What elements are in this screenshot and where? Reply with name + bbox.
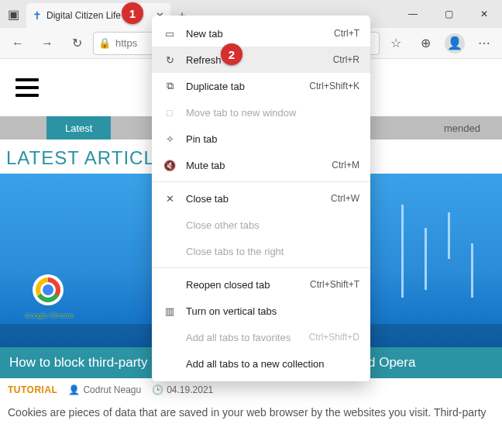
tab-actions-icon[interactable]: ▣ bbox=[0, 0, 26, 28]
menu-icon: ⧉ bbox=[163, 80, 177, 92]
article-meta: TUTORIAL 👤Codrut Neagu 🕒04.19.2021 bbox=[0, 378, 502, 401]
person-icon: 👤 bbox=[68, 384, 80, 395]
menu-icon: ▭ bbox=[163, 28, 177, 40]
tab-title: Digital Citizen Life bbox=[46, 10, 121, 21]
maximize-button[interactable]: ▢ bbox=[431, 0, 466, 28]
menu-separator bbox=[152, 181, 370, 182]
menu-item-close-other-tabs: Close other tabs bbox=[152, 212, 370, 238]
menu-item-move-tab-to-new-window: □Move tab to new window bbox=[152, 99, 370, 126]
menu-label: Close tabs to the right bbox=[186, 246, 350, 257]
menu-label: Close other tabs bbox=[186, 219, 350, 231]
menu-item-turn-on-vertical-tabs[interactable]: ▥Turn on vertical tabs bbox=[152, 298, 370, 324]
menu-icon: □ bbox=[163, 107, 177, 119]
menu-icon: ▥ bbox=[163, 305, 177, 317]
menu-item-pin-tab[interactable]: ✧Pin tab bbox=[152, 126, 370, 152]
chrome-icon bbox=[33, 274, 64, 305]
menu-item-mute-tab[interactable]: 🔇Mute tabCtrl+M bbox=[152, 152, 370, 178]
back-button[interactable]: ← bbox=[5, 31, 31, 56]
favorites-button[interactable]: ☆ bbox=[383, 31, 409, 56]
menu-item-refresh[interactable]: ↻RefreshCtrl+R bbox=[152, 47, 370, 73]
clock-icon: 🕒 bbox=[152, 384, 163, 395]
menu-item-reopen-closed-tab[interactable]: Reopen closed tabCtrl+Shift+T bbox=[152, 271, 370, 298]
menu-label: Add all tabs to favorites bbox=[186, 332, 300, 343]
article-body: Cookies are pieces of data that are save… bbox=[0, 401, 502, 429]
menu-shortcut: Ctrl+R bbox=[333, 54, 359, 65]
menu-label: New tab bbox=[186, 28, 325, 40]
nav-partial[interactable]: mended bbox=[444, 122, 480, 134]
menu-shortcut: Ctrl+W bbox=[331, 193, 359, 204]
menu-shortcut: Ctrl+M bbox=[332, 160, 359, 171]
refresh-button[interactable]: ↻ bbox=[64, 31, 90, 56]
menu-label: Refresh bbox=[186, 54, 324, 66]
collections-button[interactable]: ⊕ bbox=[412, 31, 438, 56]
menu-label: Add all tabs to a new collection bbox=[186, 358, 350, 370]
menu-shortcut: Ctrl+T bbox=[334, 28, 359, 39]
menu-label: Reopen closed tab bbox=[186, 279, 301, 291]
menu-label: Pin tab bbox=[186, 133, 350, 145]
menu-item-add-all-tabs-to-a-new-collection[interactable]: Add all tabs to a new collection bbox=[152, 350, 370, 377]
menu-item-duplicate-tab[interactable]: ⧉Duplicate tabCtrl+Shift+K bbox=[152, 73, 370, 99]
annotation-1: 1 bbox=[122, 2, 143, 24]
menu-label: Duplicate tab bbox=[186, 81, 300, 92]
hamburger-icon[interactable] bbox=[15, 78, 39, 97]
menu-label: Close tab bbox=[186, 193, 321, 205]
favicon-icon: ✝ bbox=[33, 9, 42, 22]
close-window-button[interactable]: ✕ bbox=[466, 0, 502, 28]
menu-item-new-tab[interactable]: ▭New tabCtrl+T bbox=[152, 20, 370, 47]
article-author[interactable]: 👤Codrut Neagu bbox=[68, 384, 141, 395]
window-controls: ― ▢ ✕ bbox=[395, 0, 502, 28]
chrome-label: Google Chrome bbox=[25, 312, 74, 319]
menu-shortcut: Ctrl+Shift+T bbox=[310, 279, 359, 290]
forward-button[interactable]: → bbox=[34, 31, 60, 56]
profile-button[interactable]: 👤 bbox=[442, 31, 468, 56]
url-scheme: https bbox=[115, 37, 137, 49]
menu-button[interactable]: ⋯ bbox=[471, 31, 497, 56]
menu-icon: ↻ bbox=[163, 54, 177, 66]
menu-item-close-tab[interactable]: ✕Close tabCtrl+W bbox=[152, 185, 370, 212]
menu-label: Turn on vertical tabs bbox=[186, 305, 350, 317]
menu-separator bbox=[152, 267, 370, 268]
menu-shortcut: Ctrl+Shift+K bbox=[309, 81, 359, 91]
menu-item-close-tabs-to-the-right: Close tabs to the right bbox=[152, 238, 370, 264]
annotation-2: 2 bbox=[221, 43, 242, 65]
menu-item-add-all-tabs-to-favorites: Add all tabs to favoritesCtrl+Shift+D bbox=[152, 324, 370, 350]
menu-label: Move tab to new window bbox=[186, 107, 350, 119]
article-tag[interactable]: TUTORIAL bbox=[8, 384, 57, 395]
article-date: 🕒04.19.2021 bbox=[152, 384, 213, 395]
tab-context-menu: ▭New tabCtrl+T↻RefreshCtrl+R⧉Duplicate t… bbox=[152, 16, 370, 381]
browser-tab[interactable]: ✝ Digital Citizen Life ✕ bbox=[26, 3, 170, 28]
menu-icon: 🔇 bbox=[163, 160, 177, 171]
menu-shortcut: Ctrl+Shift+D bbox=[309, 332, 359, 343]
menu-icon: ✕ bbox=[163, 193, 177, 205]
minimize-button[interactable]: ― bbox=[395, 0, 431, 28]
menu-label: Mute tab bbox=[186, 160, 322, 171]
nav-latest[interactable]: Latest bbox=[46, 116, 111, 140]
lock-icon: 🔒 bbox=[98, 37, 111, 49]
menu-icon: ✧ bbox=[163, 133, 177, 145]
